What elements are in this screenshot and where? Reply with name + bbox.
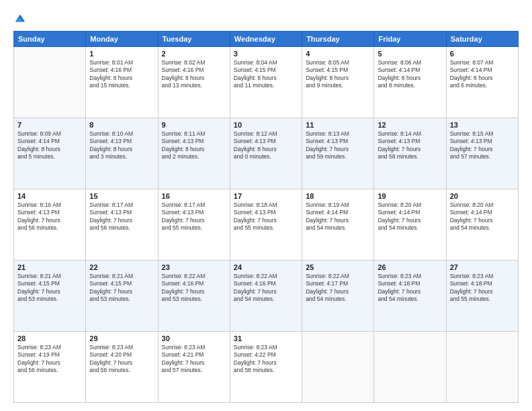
day-info: Sunrise: 8:01 AMSunset: 4:16 PMDaylight:… <box>89 59 154 90</box>
day-number: 6 <box>450 50 515 58</box>
weekday-header-monday: Monday <box>86 32 158 47</box>
calendar-cell: 30Sunrise: 8:23 AMSunset: 4:21 PMDayligh… <box>158 332 230 403</box>
day-number: 24 <box>234 263 298 271</box>
day-info: Sunrise: 8:14 AMSunset: 4:13 PMDaylight:… <box>378 130 442 161</box>
calendar-week-row: 7Sunrise: 8:09 AMSunset: 4:14 PMDaylight… <box>14 118 519 189</box>
day-number: 28 <box>17 334 82 342</box>
day-number: 5 <box>378 50 442 58</box>
day-info: Sunrise: 8:18 AMSunset: 4:13 PMDaylight:… <box>234 201 298 232</box>
calendar-cell: 11Sunrise: 8:13 AMSunset: 4:13 PMDayligh… <box>302 118 374 189</box>
header <box>13 12 519 24</box>
day-info: Sunrise: 8:23 AMSunset: 4:18 PMDaylight:… <box>378 273 442 304</box>
calendar-cell: 28Sunrise: 8:23 AMSunset: 4:19 PMDayligh… <box>14 332 86 403</box>
day-number: 14 <box>17 192 82 200</box>
calendar-cell: 8Sunrise: 8:10 AMSunset: 4:13 PMDaylight… <box>86 118 158 189</box>
page: SundayMondayTuesdayWednesdayThursdayFrid… <box>0 0 532 411</box>
calendar-cell: 17Sunrise: 8:18 AMSunset: 4:13 PMDayligh… <box>230 189 302 261</box>
calendar-cell: 19Sunrise: 8:20 AMSunset: 4:14 PMDayligh… <box>374 189 446 261</box>
calendar-table: SundayMondayTuesdayWednesdayThursdayFrid… <box>13 31 519 403</box>
day-info: Sunrise: 8:20 AMSunset: 4:14 PMDaylight:… <box>450 201 515 232</box>
day-info: Sunrise: 8:22 AMSunset: 4:16 PMDaylight:… <box>234 273 298 304</box>
day-number: 27 <box>450 263 515 271</box>
day-number: 18 <box>306 192 370 200</box>
weekday-header-wednesday: Wednesday <box>230 32 302 47</box>
day-number: 23 <box>162 263 226 271</box>
calendar-cell: 6Sunrise: 8:07 AMSunset: 4:14 PMDaylight… <box>446 47 518 118</box>
calendar-cell: 22Sunrise: 8:21 AMSunset: 4:15 PMDayligh… <box>86 261 158 332</box>
day-number: 7 <box>17 121 82 129</box>
calendar-cell: 10Sunrise: 8:12 AMSunset: 4:13 PMDayligh… <box>230 118 302 189</box>
calendar-cell: 23Sunrise: 8:22 AMSunset: 4:16 PMDayligh… <box>158 261 230 332</box>
calendar-cell: 18Sunrise: 8:19 AMSunset: 4:14 PMDayligh… <box>302 189 374 261</box>
weekday-header-saturday: Saturday <box>446 32 518 47</box>
day-info: Sunrise: 8:07 AMSunset: 4:14 PMDaylight:… <box>450 59 515 90</box>
day-number: 12 <box>378 121 442 129</box>
weekday-header-friday: Friday <box>374 32 446 47</box>
calendar-cell: 26Sunrise: 8:23 AMSunset: 4:18 PMDayligh… <box>374 261 446 332</box>
day-info: Sunrise: 8:17 AMSunset: 4:13 PMDaylight:… <box>89 201 154 232</box>
calendar-week-row: 28Sunrise: 8:23 AMSunset: 4:19 PMDayligh… <box>14 332 519 403</box>
day-number: 11 <box>306 121 370 129</box>
calendar-cell: 24Sunrise: 8:22 AMSunset: 4:16 PMDayligh… <box>230 261 302 332</box>
logo-icon <box>14 12 26 24</box>
day-info: Sunrise: 8:23 AMSunset: 4:18 PMDaylight:… <box>450 273 515 304</box>
day-number: 31 <box>234 334 298 342</box>
day-number: 26 <box>378 263 442 271</box>
calendar-week-row: 14Sunrise: 8:16 AMSunset: 4:13 PMDayligh… <box>14 189 519 261</box>
day-number: 4 <box>306 50 370 58</box>
day-number: 2 <box>162 50 226 58</box>
day-info: Sunrise: 8:02 AMSunset: 4:16 PMDaylight:… <box>162 59 226 90</box>
day-info: Sunrise: 8:05 AMSunset: 4:15 PMDaylight:… <box>306 59 370 90</box>
calendar-cell: 2Sunrise: 8:02 AMSunset: 4:16 PMDaylight… <box>158 47 230 118</box>
day-number: 19 <box>378 192 442 200</box>
day-info: Sunrise: 8:23 AMSunset: 4:22 PMDaylight:… <box>234 344 298 375</box>
day-info: Sunrise: 8:06 AMSunset: 4:14 PMDaylight:… <box>378 59 442 90</box>
day-info: Sunrise: 8:21 AMSunset: 4:15 PMDaylight:… <box>17 273 82 304</box>
calendar-cell: 27Sunrise: 8:23 AMSunset: 4:18 PMDayligh… <box>446 261 518 332</box>
day-info: Sunrise: 8:17 AMSunset: 4:13 PMDaylight:… <box>162 201 226 232</box>
day-info: Sunrise: 8:22 AMSunset: 4:17 PMDaylight:… <box>306 273 370 304</box>
day-number: 17 <box>234 192 298 200</box>
day-number: 13 <box>450 121 515 129</box>
calendar-cell <box>14 47 86 118</box>
calendar-cell: 1Sunrise: 8:01 AMSunset: 4:16 PMDaylight… <box>86 47 158 118</box>
calendar-cell: 16Sunrise: 8:17 AMSunset: 4:13 PMDayligh… <box>158 189 230 261</box>
day-info: Sunrise: 8:23 AMSunset: 4:19 PMDaylight:… <box>17 344 82 375</box>
calendar-cell: 21Sunrise: 8:21 AMSunset: 4:15 PMDayligh… <box>14 261 86 332</box>
day-number: 9 <box>162 121 226 129</box>
calendar-cell <box>302 332 374 403</box>
day-number: 16 <box>162 192 226 200</box>
calendar-cell: 15Sunrise: 8:17 AMSunset: 4:13 PMDayligh… <box>86 189 158 261</box>
calendar-body: 1Sunrise: 8:01 AMSunset: 4:16 PMDaylight… <box>14 47 519 403</box>
calendar-cell: 13Sunrise: 8:15 AMSunset: 4:13 PMDayligh… <box>446 118 518 189</box>
calendar-cell <box>446 332 518 403</box>
day-number: 20 <box>450 192 515 200</box>
day-info: Sunrise: 8:04 AMSunset: 4:15 PMDaylight:… <box>234 59 298 90</box>
day-info: Sunrise: 8:09 AMSunset: 4:14 PMDaylight:… <box>17 130 82 161</box>
calendar-cell: 7Sunrise: 8:09 AMSunset: 4:14 PMDaylight… <box>14 118 86 189</box>
day-info: Sunrise: 8:12 AMSunset: 4:13 PMDaylight:… <box>234 130 298 161</box>
day-number: 22 <box>89 263 154 271</box>
day-number: 21 <box>17 263 82 271</box>
calendar-cell: 12Sunrise: 8:14 AMSunset: 4:13 PMDayligh… <box>374 118 446 189</box>
calendar-cell: 14Sunrise: 8:16 AMSunset: 4:13 PMDayligh… <box>14 189 86 261</box>
weekday-header-sunday: Sunday <box>14 32 86 47</box>
day-number: 1 <box>89 50 154 58</box>
day-number: 10 <box>234 121 298 129</box>
day-number: 3 <box>234 50 298 58</box>
weekday-header-tuesday: Tuesday <box>158 32 230 47</box>
logo <box>13 12 26 24</box>
calendar-header-row: SundayMondayTuesdayWednesdayThursdayFrid… <box>14 32 519 47</box>
day-info: Sunrise: 8:16 AMSunset: 4:13 PMDaylight:… <box>17 201 82 232</box>
calendar-cell: 25Sunrise: 8:22 AMSunset: 4:17 PMDayligh… <box>302 261 374 332</box>
day-number: 25 <box>306 263 370 271</box>
day-number: 30 <box>162 334 226 342</box>
day-info: Sunrise: 8:23 AMSunset: 4:21 PMDaylight:… <box>162 344 226 375</box>
day-info: Sunrise: 8:19 AMSunset: 4:14 PMDaylight:… <box>306 201 370 232</box>
calendar-cell: 5Sunrise: 8:06 AMSunset: 4:14 PMDaylight… <box>374 47 446 118</box>
day-info: Sunrise: 8:11 AMSunset: 4:13 PMDaylight:… <box>162 130 226 161</box>
day-number: 15 <box>89 192 154 200</box>
day-info: Sunrise: 8:10 AMSunset: 4:13 PMDaylight:… <box>89 130 154 161</box>
calendar-week-row: 1Sunrise: 8:01 AMSunset: 4:16 PMDaylight… <box>14 47 519 118</box>
day-info: Sunrise: 8:13 AMSunset: 4:13 PMDaylight:… <box>306 130 370 161</box>
